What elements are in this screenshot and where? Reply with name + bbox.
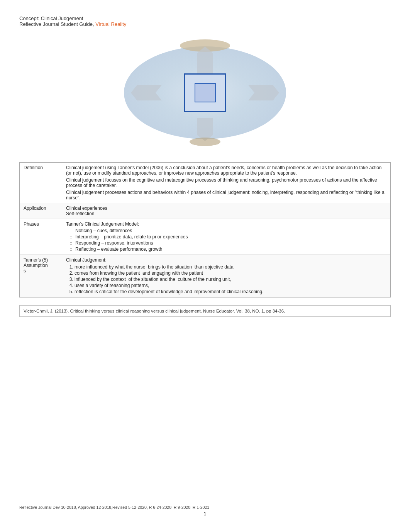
tanners-label-line3: s: [24, 268, 58, 274]
footer: Reflective Journal Dev 10-2018, Approved…: [19, 505, 391, 517]
phases-content: Tanner's Clinical Judgement Model: Notic…: [62, 219, 391, 255]
center-square: [184, 73, 226, 112]
inner-square: [195, 83, 216, 102]
application-label: Application: [20, 203, 62, 219]
main-content-table: Definition Clinical judgement using Tann…: [19, 162, 391, 297]
phase-responding: Responding – response, interventions: [70, 240, 386, 246]
footer-page-number: 1: [19, 511, 391, 517]
assumption-3: influenced by the context of the situati…: [75, 276, 386, 282]
footer-revision-text: Reflective Journal Dev 10-2018, Approved…: [19, 505, 391, 510]
citation-block: Victor-Chmil, J. (2013). Critical thinki…: [19, 305, 391, 317]
definition-para-1: Clinical judgement using Tanner's model …: [66, 165, 386, 176]
assumptions-list: more influenced by what the nurse brings…: [66, 264, 386, 295]
application-line-2: Self-reflection: [66, 211, 386, 216]
definition-content: Clinical judgement using Tanner's model …: [62, 163, 391, 203]
definition-label: Definition: [20, 163, 62, 203]
definition-para-2: Clinical judgement focuses on the cognit…: [66, 177, 386, 188]
header-title: Concept: Clinical Judgement: [19, 15, 391, 21]
assumption-4: uses a variety of reasoning patterns,: [75, 282, 386, 289]
header-subtitle: Reflective Journal Student Guide, Virtua…: [19, 21, 391, 27]
header-subtitle-prefix: Reflective Journal Student Guide,: [19, 21, 94, 27]
phases-list: Noticing – cues, differences Interpretin…: [66, 228, 386, 252]
phases-label: Phases: [20, 219, 62, 255]
tanners-label: Tanner's (5) Assumption s: [20, 255, 62, 297]
tanners-label-line2: Assumption: [24, 263, 58, 268]
phases-header: Tanner's Clinical Judgement Model:: [66, 221, 386, 227]
phase-reflecting: Reflecting – evaluate performance, growt…: [70, 246, 386, 252]
definition-para-3: Clinical judgement processes actions and…: [66, 190, 386, 201]
diagram-container: [19, 39, 391, 147]
application-content: Clinical experiences Self-reflection: [62, 203, 391, 219]
tanners-label-line1: Tanner's (5): [24, 257, 58, 263]
tanners-header: Clinical Judgement:: [66, 257, 386, 263]
citation-text: Victor-Chmil, J. (2013). Critical thinki…: [24, 309, 285, 313]
assumption-5: reflection is critical for the developme…: [75, 289, 386, 295]
phase-noticing: Noticing – cues, differences: [70, 228, 386, 234]
tanners-assumptions-row: Tanner's (5) Assumption s Clinical Judge…: [20, 255, 391, 297]
header-virtual-reality: Virtual Reality: [95, 21, 126, 27]
clinical-judgement-diagram: [124, 42, 286, 143]
phases-row: Phases Tanner's Clinical Judgement Model…: [20, 219, 391, 255]
application-row: Application Clinical experiences Self-re…: [20, 203, 391, 219]
phase-interpreting: Interpreting – prioritize data, relate t…: [70, 234, 386, 240]
bottom-oval: [190, 138, 220, 146]
assumption-1: more influenced by what the nurse brings…: [75, 264, 386, 270]
application-line-1: Clinical experiences: [66, 206, 386, 211]
tanners-content: Clinical Judgement: more influenced by w…: [62, 255, 391, 297]
definition-row: Definition Clinical judgement using Tann…: [20, 163, 391, 203]
header: Concept: Clinical Judgement Reflective J…: [19, 15, 391, 27]
assumption-2: comes from knowing the patient and engag…: [75, 270, 386, 276]
